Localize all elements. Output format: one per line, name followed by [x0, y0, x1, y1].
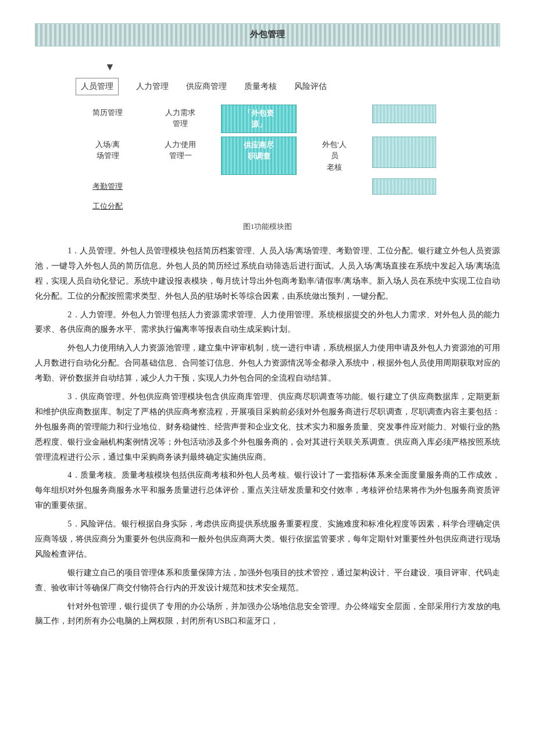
content-section: 1．人员管理。外包人员管理模块包括简历档案管理、人员入场/离场管理、考勤管理、工… [35, 243, 500, 629]
cell-resume: 简历管理 [76, 105, 140, 133]
cell-empty-r4c4 [302, 198, 366, 214]
cell-empty-r3c3 [221, 178, 297, 195]
para-4: 3．供应商管理。外包供应商管理模块包含供应商库管理、供应商尽职调查等功能。银行建… [35, 389, 500, 464]
para-5: 4．质量考核。质量考核模块包括供应商考核和外包人员考核。银行设计了一套指标体系来… [35, 468, 500, 513]
cell-empty-r3c4 [302, 178, 366, 195]
cell-outsource-personnel: 外包'人 员 老核 [302, 137, 366, 175]
cell-attendance: 考勤管理 [76, 178, 140, 195]
cell-empty-r4c5 [372, 198, 436, 214]
cell-light-r3c5 [372, 178, 436, 195]
cell-hr-use: 人力'使用 管理一 [145, 137, 215, 175]
cell-empty-r1c4 [302, 105, 366, 133]
cell-outsource-resource: 「外包资 源」 [221, 105, 297, 133]
nav-item-supplier[interactable]: 供应商管理 [186, 80, 227, 94]
cell-light-r1c5 [372, 105, 436, 123]
arrow-indicator: ▼ [70, 58, 465, 76]
para-6: 5．风险评估。银行根据自身实际，考虑供应商提供系统服务重要程度、实施难度和标准化… [35, 517, 500, 562]
nav-item-personnel[interactable]: 人员管理 [76, 78, 119, 95]
cell-empty-r4c3 [221, 198, 297, 214]
para-8: 针对外包管理，银行提供了专用的办公场所，并加强办公场地信息安全管理。办公终端安全… [35, 599, 500, 629]
module-diagram: ▼ 人员管理 人力管理 供应商管理 质量考核 风险评估 简历管理 人力需求 管理… [70, 58, 465, 233]
cell-workstation: 工位分配 [76, 198, 140, 214]
cell-hr-demand: 人力需求 管理 [145, 105, 215, 133]
nav-item-quality[interactable]: 质量考核 [244, 80, 277, 94]
nav-item-hr[interactable]: 人力管理 [136, 80, 169, 94]
para-2: 2．人力管理。外包人力管理包括人力资源需求管理、人力使用管理。系统根据提交的外包… [35, 307, 500, 338]
para-3: 外包人力使用纳入人力资源池管理，建立集中评审机制，统一进行申请，系统根据人力使用… [35, 341, 500, 386]
top-nav: 人员管理 人力管理 供应商管理 质量考核 风险评估 [70, 78, 465, 95]
page-title: 外包管理 [35, 23, 500, 46]
cell-empty-r4c2 [145, 198, 215, 214]
cell-empty-r3c2 [145, 178, 215, 195]
nav-item-risk[interactable]: 风险评估 [294, 80, 327, 94]
cell-light-r2c5 [372, 137, 436, 168]
diagram-caption: 图1功能模块图 [70, 220, 465, 233]
para-7: 银行建立自己的项目管理体系和质量保障方法，加强外包项目的技术管控，通过架构设计、… [35, 565, 500, 596]
cell-supplier-dd: 供应商尽 职调查 [221, 137, 297, 175]
para-1: 1．人员管理。外包人员管理模块包括简历档案管理、人员入场/离场管理、考勤管理、工… [35, 243, 500, 304]
cell-onboarding: 入场/离 场管理 [76, 137, 140, 175]
